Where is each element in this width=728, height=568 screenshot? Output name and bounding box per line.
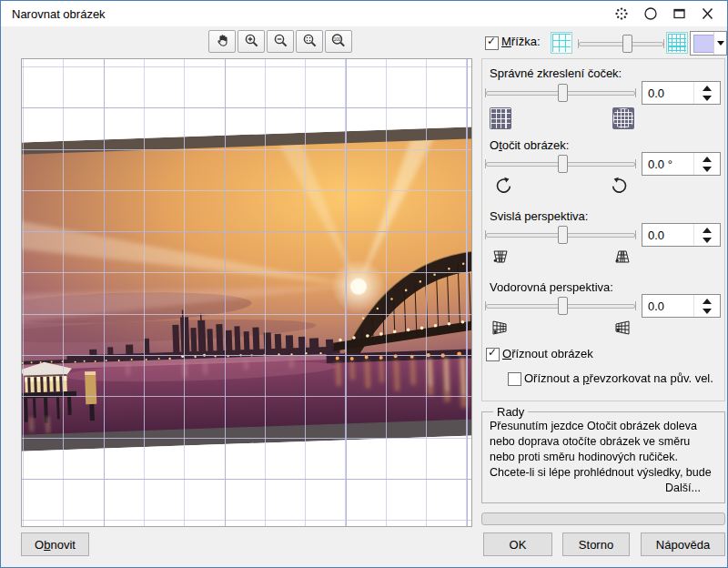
- rotate-cw-icon: [609, 176, 631, 201]
- grid-checkbox-label: Mřížka:: [501, 35, 541, 48]
- titlebar: Narovnat obrázek: [1, 1, 727, 26]
- minimize-circle-icon[interactable]: [643, 6, 658, 21]
- rotate-spinner[interactable]: 0.0 °: [642, 152, 721, 176]
- tips-text-line: nebo doprava otočíte obrázek ve směru: [490, 434, 717, 450]
- tips-text-line: Chcete-li si lépe prohlédnout výsledky, …: [490, 465, 717, 481]
- pan-hand-icon: [215, 33, 230, 51]
- dialog-title: Narovnat obrázek: [12, 7, 106, 21]
- grid-fine-icon: [666, 32, 688, 54]
- lens-spin-down-icon[interactable]: [703, 96, 712, 101]
- crop-image-label: Oříznout obrázek: [502, 347, 593, 360]
- reset-button[interactable]: Obnovit: [21, 532, 89, 556]
- horiz-spin-up-icon[interactable]: [703, 299, 712, 304]
- rotate-ccw-icon: [492, 176, 514, 201]
- lens-correction-spinner[interactable]: 0.0: [642, 81, 721, 105]
- horizontal-perspective-right-icon: [612, 318, 632, 341]
- progress-bar: [481, 512, 725, 525]
- horizontal-perspective-label: Vodorovná perspektiva:: [490, 280, 613, 294]
- vertical-perspective-top-icon: [490, 247, 511, 270]
- crop-resample-checkbox[interactable]: [508, 372, 521, 386]
- lens-barrel-icon: [612, 107, 634, 129]
- titlebar-icons: [614, 5, 714, 22]
- horizontal-perspective-left-icon: [490, 318, 510, 341]
- tips-text-line: nebo proti směru hodinových ručiček.: [490, 450, 717, 465]
- preview-toolbar: 100: [208, 30, 352, 53]
- vert-spin-down-icon[interactable]: [703, 238, 712, 243]
- lens-correction-slider-handle[interactable]: [558, 84, 568, 102]
- close-icon[interactable]: [701, 7, 714, 20]
- pan-hand-button[interactable]: [208, 30, 236, 53]
- crop-image-checkbox[interactable]: [486, 348, 500, 361]
- modal-indicator-icon: [614, 6, 629, 21]
- horizontal-perspective-slider[interactable]: [484, 294, 637, 318]
- zoom-100-button[interactable]: 100: [325, 30, 352, 53]
- straighten-image-dialog: Narovnat obrázek: [0, 0, 728, 568]
- rotate-image-label: Otočit obrázek:: [490, 138, 569, 152]
- rotate-spin-down-icon[interactable]: [703, 167, 712, 172]
- grid-color-swatch: [693, 35, 714, 53]
- rotate-slider[interactable]: [484, 152, 637, 176]
- grid-density-slider-handle[interactable]: [622, 35, 632, 53]
- zoom-out-button[interactable]: [267, 30, 294, 53]
- vertical-perspective-spinner[interactable]: 0.0: [642, 223, 721, 247]
- grid-density-slider[interactable]: [577, 32, 665, 56]
- grid-coarse-icon: [551, 32, 572, 54]
- maximize-icon[interactable]: [672, 7, 686, 20]
- vertical-perspective-bottom-icon: [612, 247, 632, 270]
- svg-text:100: 100: [334, 37, 341, 42]
- vert-spin-up-icon[interactable]: [703, 228, 712, 233]
- vertical-perspective-slider-handle[interactable]: [558, 226, 568, 244]
- grid-color-dropdown-arrow[interactable]: [713, 32, 726, 55]
- horizontal-perspective-slider-handle[interactable]: [558, 297, 568, 315]
- horiz-spin-down-icon[interactable]: [703, 309, 712, 314]
- zoom-in-icon: [244, 33, 259, 51]
- zoom-to-fit-icon: [302, 33, 318, 51]
- preview-canvas[interactable]: [21, 58, 472, 527]
- vertical-perspective-label: Svislá perspektiva:: [490, 209, 588, 223]
- crop-resample-label: Oříznout a převzorkovat na pův. vel.: [524, 371, 713, 385]
- horizontal-perspective-spinner[interactable]: 0.0: [642, 294, 721, 318]
- lens-spin-up-icon[interactable]: [703, 86, 712, 91]
- rotate-slider-handle[interactable]: [558, 155, 568, 173]
- ok-button[interactable]: OK: [483, 532, 552, 556]
- vertical-perspective-slider[interactable]: [484, 223, 637, 247]
- lens-correction-slider[interactable]: [484, 81, 637, 105]
- rotate-spin-up-icon[interactable]: [703, 157, 712, 162]
- tips-legend: Rady: [493, 405, 528, 419]
- grid-color-picker[interactable]: [690, 31, 727, 56]
- tips-text-line: Přesunutím jezdce Otočit obrázek doleva: [490, 419, 717, 434]
- lens-correction-label: Správné zkreslení čoček:: [490, 66, 622, 80]
- cancel-button[interactable]: Storno: [562, 532, 630, 556]
- tips-groupbox: Rady Přesunutím jezdce Otočit obrázek do…: [481, 405, 725, 503]
- help-button[interactable]: Nápověda: [641, 532, 725, 556]
- zoom-in-button[interactable]: [238, 30, 265, 53]
- grid-checkbox[interactable]: [485, 36, 499, 50]
- zoom-to-fit-button[interactable]: [296, 30, 323, 53]
- preview-image[interactable]: [21, 127, 472, 451]
- zoom-out-icon: [273, 33, 288, 51]
- lens-pincushion-icon: [490, 107, 511, 129]
- zoom-100-icon: 100: [330, 33, 347, 51]
- tips-more-link[interactable]: Další...: [490, 481, 717, 496]
